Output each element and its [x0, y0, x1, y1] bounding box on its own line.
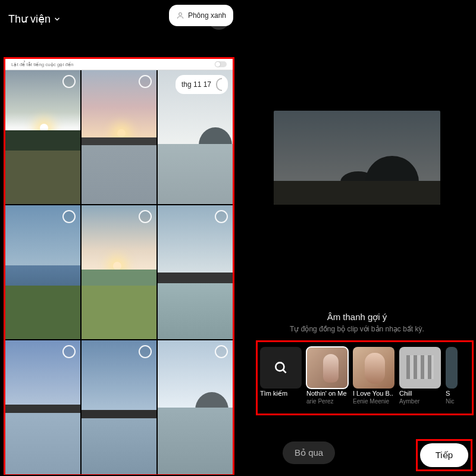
audio-tile[interactable]: Chill Aymber [399, 347, 441, 411]
svg-point-2 [179, 12, 182, 15]
audio-tile[interactable]: S Nic [446, 347, 458, 411]
audio-artist: Eenie Meenie [353, 398, 394, 405]
greenroom-button[interactable]: Phông xanh [169, 5, 233, 26]
footer: Bỏ qua Tiếp [238, 438, 476, 471]
video-preview[interactable] [274, 111, 440, 205]
gallery-pane: Thư viện Phông xanh Lật để tắt tiếng cuộ… [0, 0, 238, 476]
select-ring[interactable] [62, 75, 76, 88]
audio-artist: arie Perez [306, 398, 348, 405]
library-dropdown[interactable]: Thư viện [8, 12, 61, 26]
select-ring[interactable] [62, 210, 76, 223]
photo-cell[interactable]: thg 11 17 [158, 70, 233, 204]
audio-title: S [446, 390, 458, 397]
photo-cell[interactable] [82, 70, 156, 204]
select-ring[interactable] [139, 75, 152, 88]
gallery-grid-highlight: Lật để tắt tiếng cuộc gọi đến [4, 57, 234, 475]
preview-pane: Âm thanh gợi ý Tự động đồng bộ clip với … [238, 0, 476, 476]
select-ring[interactable] [139, 210, 152, 223]
greenroom-label: Phông xanh [188, 11, 226, 20]
select-ring[interactable] [62, 345, 76, 358]
photo-cell[interactable] [158, 340, 233, 474]
audio-title: Tìm kiếm [260, 390, 302, 397]
flip-mute-row: Lật để tắt tiếng cuộc gọi đến [5, 59, 233, 70]
chevron-down-icon [53, 15, 61, 23]
photo-cell[interactable] [5, 340, 80, 474]
photo-cell[interactable] [5, 70, 80, 204]
select-ring[interactable] [139, 345, 152, 358]
suggested-sub: Tự động đồng bộ clip với bản nhạc bất kỳ… [238, 325, 476, 333]
svg-line-4 [283, 369, 286, 372]
search-icon [273, 360, 289, 375]
header-chips: Phông xanh [208, 8, 230, 30]
svg-point-3 [275, 362, 284, 371]
library-label: Thư viện [8, 12, 51, 26]
gallery-grid: thg 11 17 [5, 70, 233, 474]
photo-cell[interactable] [5, 205, 80, 339]
photo-cell[interactable] [158, 205, 233, 339]
audio-artist: Aymber [399, 398, 441, 405]
audio-title: I Love You B.. [353, 390, 394, 397]
flip-mute-label: Lật để tắt tiếng cuộc gọi đến [11, 62, 73, 67]
date-pill: thg 11 17 [176, 75, 228, 94]
suggested-audio-header: Âm thanh gợi ý Tự động đồng bộ clip với … [238, 312, 476, 333]
audio-tile[interactable]: I Love You B.. Eenie Meenie [353, 347, 394, 411]
next-highlight: Tiếp [416, 439, 472, 471]
skip-button[interactable]: Bỏ qua [283, 441, 335, 464]
audio-artist: Nic [446, 398, 458, 405]
gallery-header: Thư viện Phông xanh [0, 0, 238, 35]
audio-carousel-highlight: Tìm kiếm Nothin' on Me arie Perez I Love… [256, 340, 474, 415]
select-ring[interactable] [215, 345, 228, 358]
next-button[interactable]: Tiếp [420, 443, 468, 467]
photo-cell[interactable] [82, 340, 156, 474]
suggested-title: Âm thanh gợi ý [238, 312, 476, 322]
flip-mute-toggle[interactable] [215, 61, 227, 67]
user-icon [176, 11, 184, 20]
photo-cell[interactable] [82, 205, 156, 339]
audio-tile[interactable]: Nothin' on Me arie Perez [306, 347, 348, 411]
audio-search-tile[interactable]: Tìm kiếm [260, 347, 302, 411]
audio-title: Chill [399, 390, 441, 397]
audio-title: Nothin' on Me [306, 390, 348, 397]
select-ring[interactable] [215, 210, 228, 223]
